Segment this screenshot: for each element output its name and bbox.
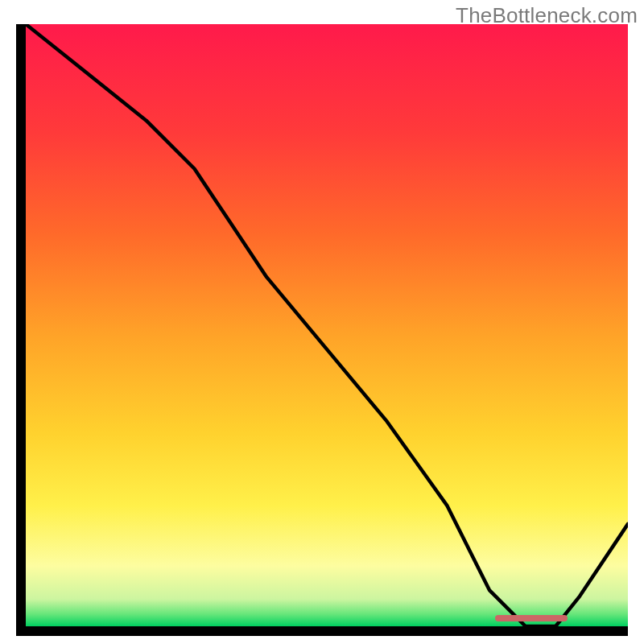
optimal-range-marker (495, 615, 568, 621)
bottleneck-curve (26, 24, 628, 626)
chart-container: TheBottleneck.com (0, 0, 644, 644)
plot-area (26, 24, 628, 626)
plot-axes (16, 24, 628, 636)
